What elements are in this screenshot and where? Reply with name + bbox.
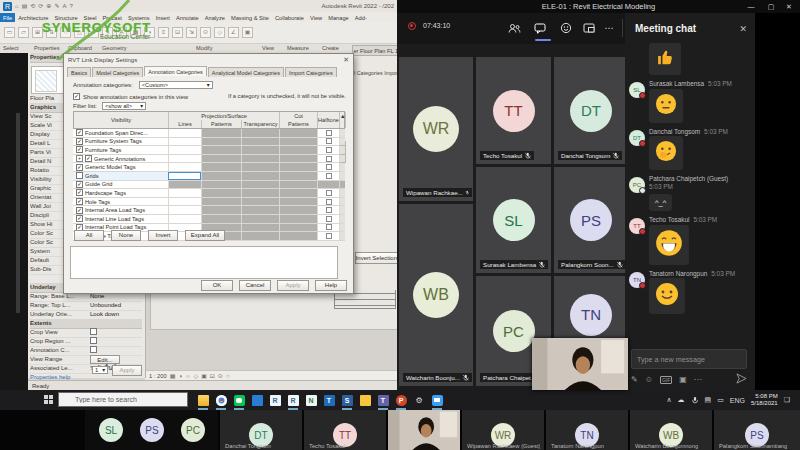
chrome-icon[interactable] — [214, 393, 228, 407]
copy-tool-icon[interactable]: ⊞ — [32, 27, 43, 38]
participant-tile[interactable]: WR Wipawan Rachkae... — [399, 57, 473, 201]
qat-save-icon[interactable]: ▤ — [22, 1, 28, 11]
folder-app-icon[interactable] — [358, 393, 372, 407]
annotation-categories-dropdown[interactable]: <Custom>▾ — [139, 81, 213, 89]
view-tool-icon[interactable]: ◇ — [214, 27, 225, 38]
trim-tool-icon[interactable]: △ — [74, 27, 85, 38]
participant-tile[interactable]: PS Palangkorn Soonnamtiang — [714, 410, 800, 450]
expand-all-button[interactable]: Expand All — [185, 230, 225, 241]
send-icon[interactable] — [736, 373, 747, 386]
breakout-rooms-icon[interactable] — [580, 19, 598, 37]
filter-list-dropdown[interactable]: <show all>▾ — [102, 102, 146, 110]
ok-button[interactable]: OK — [201, 280, 233, 291]
properties-help-link[interactable]: Properties help — [30, 373, 90, 382]
scrollbar-top[interactable]: ▲ — [340, 112, 346, 128]
crop-view-icon[interactable]: ▣ — [201, 372, 207, 379]
dialog-tab-import-categories[interactable]: Import Categories — [285, 67, 337, 77]
tab-architecture[interactable]: Architecture — [15, 13, 51, 22]
tab-analyze[interactable]: Analyze — [202, 13, 228, 22]
tab-view[interactable]: View — [307, 13, 325, 22]
tab-precast[interactable]: Precast — [100, 13, 125, 22]
emoji-picker-icon[interactable]: ☺ — [645, 375, 653, 384]
view-range-edit-button[interactable]: Edit... — [90, 355, 120, 364]
row-checkbox[interactable] — [76, 189, 83, 196]
format-icon[interactable]: ✎ — [631, 375, 638, 384]
dialog-tab-annotation-categories[interactable]: Annotation Categories — [144, 66, 206, 76]
sun-path-icon[interactable]: ☼ — [185, 373, 191, 379]
row-checkbox[interactable] — [76, 138, 83, 145]
messaging-app-icon[interactable] — [430, 393, 444, 407]
chat-close-icon[interactable]: ✕ — [739, 24, 747, 34]
show-annotation-categories-checkbox[interactable] — [73, 93, 80, 100]
pin-tool-icon[interactable]: ⊙ — [200, 27, 211, 38]
maximize-button[interactable]: ▢ — [762, 0, 780, 13]
more-compose-icon[interactable]: ⋯ — [694, 375, 702, 384]
category-row[interactable]: Furniture System Tags — [73, 138, 345, 147]
file-explorer-icon[interactable] — [196, 393, 210, 407]
category-row[interactable]: Guide Grid — [73, 181, 345, 190]
chat-icon[interactable] — [531, 19, 549, 37]
array-tool-icon[interactable]: ⊡ — [172, 27, 183, 38]
participant-tile[interactable]: TT Techo Tosakul — [304, 410, 386, 450]
category-row-grids-selected[interactable]: Grids — [73, 172, 345, 181]
teams-taskbar-icon[interactable]: T — [376, 393, 390, 407]
participants-icon[interactable] — [505, 19, 523, 37]
qat-undo-icon[interactable]: ⟲ — [30, 1, 35, 11]
category-row[interactable]: Internal Line Load Tags — [73, 215, 345, 224]
close-button[interactable]: ✕ — [780, 0, 798, 13]
create-tool-icon[interactable]: ▣ — [242, 27, 253, 38]
tab-collaborate[interactable]: Collaborate — [272, 13, 307, 22]
overflow-participants-tile[interactable]: SL PS PC — [85, 410, 218, 450]
row-checkbox[interactable] — [76, 164, 83, 171]
participant-tile[interactable]: PS Palangkorn Soon... — [554, 167, 628, 273]
notification-center-icon[interactable]: ❏ — [784, 396, 790, 404]
participant-tile[interactable]: TT Techo Tosakul — [476, 57, 551, 164]
app-icon-blue-square[interactable] — [250, 393, 264, 407]
app-icon-s[interactable]: S — [340, 393, 354, 407]
row-checkbox[interactable] — [76, 215, 83, 222]
apply-button[interactable]: Apply — [277, 280, 309, 291]
group-select[interactable]: Select — [3, 45, 19, 51]
sticker-icon[interactable]: ▣ — [679, 375, 687, 384]
none-button[interactable]: None — [111, 230, 141, 241]
annotate-tool-icon[interactable]: ✎ — [102, 27, 113, 38]
category-row[interactable]: Furniture Tags — [73, 146, 345, 155]
revit-taskbar-icon[interactable]: R — [286, 393, 300, 407]
expand-icon[interactable]: + — [76, 155, 83, 162]
tab-massing-site[interactable]: Massing & Site — [228, 13, 272, 22]
cancel-button[interactable]: Cancel — [239, 280, 271, 291]
category-row[interactable]: Generic Model Tags — [73, 163, 345, 172]
participant-tile[interactable]: SL Surasak Lambensa — [476, 167, 551, 273]
annotation-crop-checkbox[interactable] — [90, 346, 97, 353]
navisworks-icon[interactable]: N — [304, 393, 318, 407]
participant-tile[interactable]: WB Watcharin Boonju... — [399, 204, 473, 386]
app-icon-t[interactable]: T — [322, 393, 336, 407]
dialog-tab-model-categories[interactable]: Model Categories — [92, 67, 143, 77]
settings-gear-icon[interactable]: ⚙ — [412, 393, 426, 407]
move-tool-icon[interactable]: ⇅ — [46, 27, 57, 38]
dialog-close-icon[interactable]: ✕ — [343, 56, 349, 64]
spinner-field[interactable]: 1▾ — [92, 366, 108, 374]
crop-view-checkbox[interactable] — [90, 328, 97, 335]
modify-tool-icon[interactable]: ▭ — [4, 27, 15, 38]
start-button-icon[interactable] — [44, 395, 53, 404]
invert-button[interactable]: Invert — [148, 230, 178, 241]
visual-style-icon[interactable]: ◑ — [178, 373, 182, 379]
detail-level-icon[interactable]: ▦ — [170, 372, 176, 379]
offset-tool-icon[interactable]: ≡ — [158, 27, 169, 38]
row-checkbox[interactable] — [85, 155, 92, 162]
category-row[interactable]: +Generic Annotations — [73, 155, 345, 164]
tab-file[interactable]: File — [0, 13, 15, 22]
category-row[interactable]: Internal Area Load Tags — [73, 206, 345, 215]
chat-input[interactable] — [631, 349, 747, 369]
category-row[interactable]: Foundation Span Direc... — [73, 129, 345, 138]
properties-apply-button[interactable]: Apply — [112, 365, 142, 376]
measure-tool-icon[interactable]: ∠ — [228, 27, 239, 38]
tab-insert[interactable]: Insert — [153, 13, 173, 22]
row-checkbox[interactable] — [76, 146, 83, 153]
more-options-icon[interactable]: ⋯ — [600, 19, 618, 37]
taskbar-search-input[interactable] — [58, 392, 188, 407]
row-checkbox[interactable] — [76, 207, 83, 214]
participant-tile[interactable]: DT Danchai Tongsom — [554, 57, 628, 164]
view-scale[interactable]: 1 : 200 — [149, 373, 167, 379]
